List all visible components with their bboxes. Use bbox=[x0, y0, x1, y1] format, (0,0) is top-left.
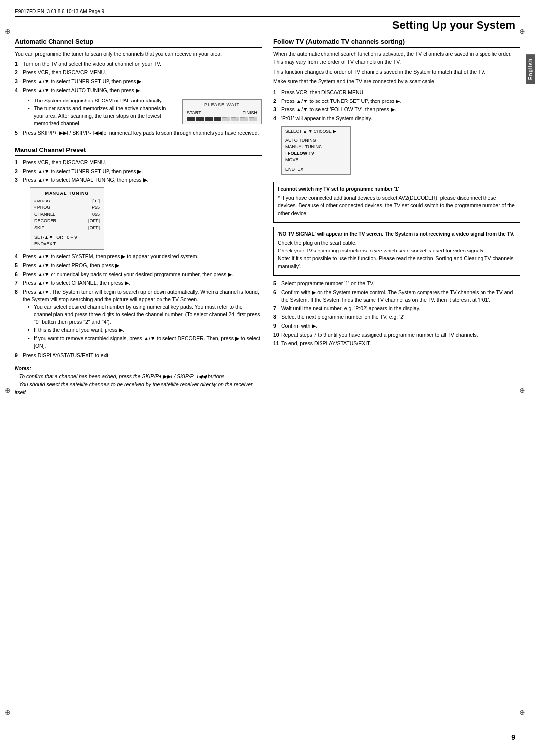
step-10: 10 Repeat steps 7 to 9 until you have as… bbox=[273, 331, 520, 339]
select-menu-box: SELECT ▲ ▼ CHOOSE ▶ AUTO TUNING MANUAL T… bbox=[281, 126, 351, 175]
tuning-box-title: MANUAL TUNING bbox=[34, 190, 100, 197]
tuning-row: SKIP[OFF] bbox=[34, 225, 100, 232]
main-content: Automatic Channel Setup You can programm… bbox=[15, 38, 520, 396]
progress-bar bbox=[187, 117, 257, 121]
step-8: 8 Press ▲/▼. The System tuner will begin… bbox=[15, 288, 262, 351]
progress-block bbox=[222, 117, 226, 121]
progress-block bbox=[249, 117, 253, 121]
page-wrapper: ⊕ ⊕ ⊕ ⊕ ⊕ ⊕ English E9017FD EN. 3 03.8.6… bbox=[0, 0, 535, 756]
cross-mark-bottom-right: ⊕ bbox=[519, 708, 525, 716]
step-1: 1 Press VCR, then DISC/VCR MENU. bbox=[15, 159, 262, 166]
progress-block bbox=[209, 117, 213, 121]
section2-steps: 1 Press VCR, then DISC/VCR MENU. 2 Press… bbox=[15, 159, 262, 359]
step-1: 1 Press VCR, then DISC/VCR MENU. bbox=[273, 89, 520, 96]
cross-mark-bottom-left: ⊕ bbox=[5, 708, 11, 716]
step-3: 3 Press ▲/▼ to select 'FOLLOW TV', then … bbox=[273, 106, 520, 113]
select-box-footer: END=EXIT bbox=[285, 165, 347, 173]
cross-mark-top-left: ⊕ bbox=[5, 27, 11, 35]
page-number: 9 bbox=[511, 733, 515, 741]
notes-text: – To confirm that a channel has been add… bbox=[15, 373, 262, 396]
progress-block bbox=[187, 117, 191, 121]
select-item-active: · FOLLOW TV bbox=[285, 151, 347, 157]
header-bar: E9017FD EN. 3 03.8.6 10:13 AM Page 9 bbox=[15, 9, 520, 17]
tuning-footer: SET-▲▼ OR 0 – 9END=EXIT bbox=[34, 233, 100, 247]
section1-steps: 1 Turn on the TV and select the video ou… bbox=[15, 60, 262, 137]
manual-channel-preset-section: Manual Channel Preset 1 Press VCR, then … bbox=[15, 146, 262, 397]
warning-box-1: I cannot switch my TV set to programme n… bbox=[273, 182, 520, 223]
progress-block bbox=[217, 117, 221, 121]
section-divider bbox=[15, 142, 262, 142]
please-wait-title: PLEASE WAIT bbox=[187, 102, 257, 108]
automatic-channel-setup-section: Automatic Channel Setup You can programm… bbox=[15, 38, 262, 137]
step-6: 6 Confirm with ▶ on the System remote co… bbox=[273, 289, 520, 303]
tuning-row: • PROG[ L ] bbox=[34, 198, 100, 205]
progress-block bbox=[214, 117, 217, 121]
step-8: 8 Select the next programme number on th… bbox=[273, 313, 520, 321]
select-item: AUTO TUNING bbox=[285, 137, 347, 144]
tuning-row: • PROGP55 bbox=[34, 204, 100, 211]
bullet-item: The tuner scans and memorizes all the ac… bbox=[28, 105, 170, 127]
continued-steps: 5 Select programme number '1' on the TV.… bbox=[273, 280, 520, 347]
step-9: 9 Press DISPLAY/STATUS/EXIT to exit. bbox=[15, 352, 262, 359]
step-11: 11 To end, press DISPLAY/STATUS/EXIT. bbox=[273, 340, 520, 347]
select-box-header: SELECT ▲ ▼ CHOOSE ▶ bbox=[285, 129, 347, 136]
step4-bullets: The System distinguishes SECAM or PAL au… bbox=[23, 97, 170, 127]
progress-block bbox=[253, 117, 257, 121]
notes-title: Notes: bbox=[15, 365, 262, 371]
cross-mark-mid-left: ⊕ bbox=[5, 386, 11, 394]
step-3: 3 Press ▲/▼ to select MANUAL TUNING, the… bbox=[15, 176, 262, 252]
select-item: MOVE bbox=[285, 157, 347, 164]
bullet-item: You can select desired channel number by… bbox=[28, 303, 262, 325]
section2-title: Manual Channel Preset bbox=[15, 146, 262, 156]
step-5: 5 Select programme number '1' on the TV. bbox=[273, 280, 520, 287]
tuning-row: DECODER[OFF] bbox=[34, 218, 100, 225]
bullet-item: If you want to remove scrambled signals,… bbox=[28, 335, 262, 349]
cross-mark-top-right: ⊕ bbox=[519, 27, 525, 35]
bullet-item: The System distinguishes SECAM or PAL au… bbox=[28, 97, 170, 104]
warning1-title: I cannot switch my TV set to programme n… bbox=[278, 185, 516, 193]
progress-labels: START FINISH bbox=[187, 110, 257, 116]
tv-signal-text: Check the plug on the scart cable. Check… bbox=[278, 239, 516, 270]
right-column: Follow TV (Automatic TV channels sorting… bbox=[273, 38, 520, 396]
cross-mark-mid-right: ⊕ bbox=[519, 386, 525, 394]
manual-tuning-box: MANUAL TUNING • PROG[ L ] • PROGP55 CHAN… bbox=[30, 187, 104, 250]
progress-block bbox=[231, 117, 235, 121]
progress-block bbox=[196, 117, 200, 121]
follow-tv-para3: Make sure that the System and the TV are… bbox=[273, 78, 520, 86]
select-item: MANUAL TUNING bbox=[285, 144, 347, 151]
section1-title: Automatic Channel Setup bbox=[15, 38, 262, 48]
follow-tv-para1: When the automatic channel search functi… bbox=[273, 50, 520, 66]
step-7: 7 Wait until the next number, e.g. 'P:02… bbox=[273, 305, 520, 312]
progress-block bbox=[200, 117, 204, 121]
tuning-row: CHANNEL055 bbox=[34, 211, 100, 218]
step-2: 2 Press ▲/▼ to select TUNER SET UP, then… bbox=[15, 168, 262, 175]
section-follow-tv-title: Follow TV (Automatic TV channels sorting… bbox=[273, 38, 520, 48]
step-3: 3 Press ▲/▼ to select TUNER SET UP, then… bbox=[15, 78, 262, 85]
step-2: 2 Press ▲/▼ to select TUNER SET UP, then… bbox=[273, 98, 520, 105]
progress-block bbox=[244, 117, 248, 121]
language-tab: English bbox=[526, 54, 535, 84]
page-title: Setting Up your System bbox=[15, 19, 520, 32]
step-2: 2 Press VCR, then DISC/VCR MENU. bbox=[15, 69, 262, 76]
step-4: 4 Press ▲/▼ to select AUTO TUNING, then … bbox=[15, 87, 262, 128]
step-5: 5 Press ▲/▼ to select PROG, then press ▶… bbox=[15, 262, 262, 269]
step-6: 6 Press ▲/▼ or numerical key pads to sel… bbox=[15, 271, 262, 278]
progress-block bbox=[240, 117, 244, 121]
progress-block bbox=[226, 117, 230, 121]
tv-signal-title: 'NO TV SIGNAL' will appear in the TV scr… bbox=[278, 230, 516, 238]
step-4: 4 'P:01' will appear in the System displ… bbox=[273, 115, 520, 177]
left-column: Automatic Channel Setup You can programm… bbox=[15, 38, 262, 396]
step-9: 9 Confirm with ▶. bbox=[273, 322, 520, 330]
header-code: E9017FD EN. 3 03.8.6 10:13 AM Page 9 bbox=[15, 9, 104, 14]
follow-tv-para2: This function changes the order of TV ch… bbox=[273, 68, 520, 76]
warning1-text: * If you have connected additional devic… bbox=[278, 194, 516, 217]
step8-bullets: You can select desired channel number by… bbox=[23, 303, 262, 349]
notes-section: Notes: – To confirm that a channel has b… bbox=[15, 363, 262, 396]
progress-block bbox=[205, 117, 209, 121]
bullet-item: If this is the channel you want, press ▶… bbox=[28, 326, 262, 334]
progress-block bbox=[235, 117, 239, 121]
progress-block bbox=[191, 117, 195, 121]
step-4: 4 Press ▲/▼ to select SYSTEM, then press… bbox=[15, 253, 262, 260]
section1-intro: You can programme the tuner to scan only… bbox=[15, 50, 262, 58]
please-wait-box: PLEASE WAIT START FINISH bbox=[182, 99, 262, 124]
